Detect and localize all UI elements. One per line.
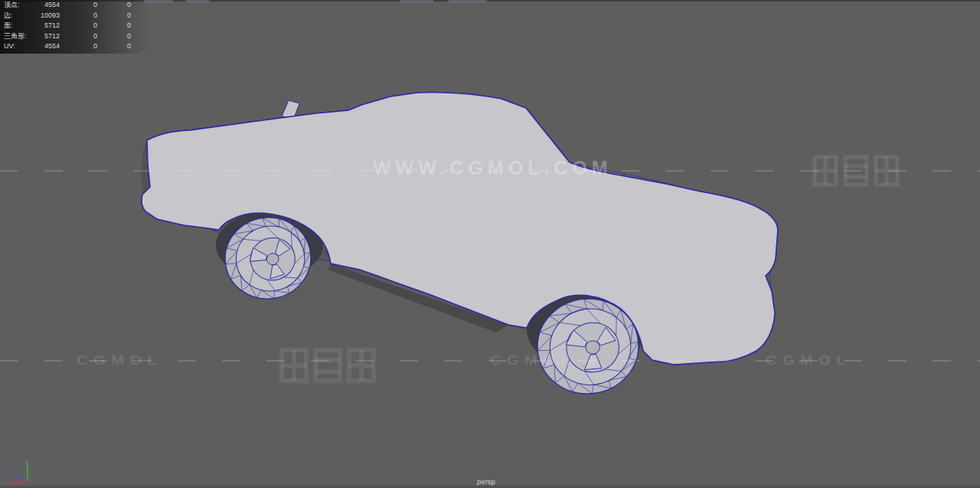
poly-count-hud: 顶点:455400边:1009300面:571200三角形:571200UV:4… xyxy=(0,0,153,54)
axis-gizmo: y x z xyxy=(2,459,41,486)
top-edge-segment xyxy=(186,0,209,2)
viewport[interactable]: 顶点:455400边:1009300面:571200三角形:571200UV:4… xyxy=(0,0,980,488)
z-axis-label: z xyxy=(5,470,8,477)
y-axis-label: y xyxy=(25,459,28,465)
top-edge-segment xyxy=(449,0,487,2)
logo-watermark xyxy=(812,154,900,188)
z-axis-line xyxy=(14,476,28,480)
hud-row: UV:455400 xyxy=(0,41,153,52)
hud-count-col3: 0 xyxy=(0,0,131,11)
top-edge-segment xyxy=(400,0,433,2)
hud-count-col3: 0 xyxy=(0,31,131,42)
x-axis-line xyxy=(11,480,28,484)
x-axis-label: x xyxy=(5,480,8,486)
hud-count-col3: 0 xyxy=(0,41,131,52)
hud-row: 顶点:455400 xyxy=(0,0,153,11)
hud-row: 边:1009300 xyxy=(0,11,153,21)
hud-count-col3: 0 xyxy=(0,21,131,31)
hud-row: 三角形:571200 xyxy=(0,31,153,42)
hud-count-col3: 0 xyxy=(0,11,131,21)
logo-watermark xyxy=(278,346,377,385)
camera-name-label: persp xyxy=(0,477,972,486)
hud-row: 面:571200 xyxy=(0,21,153,31)
car-wireframe-model[interactable] xyxy=(0,0,980,488)
